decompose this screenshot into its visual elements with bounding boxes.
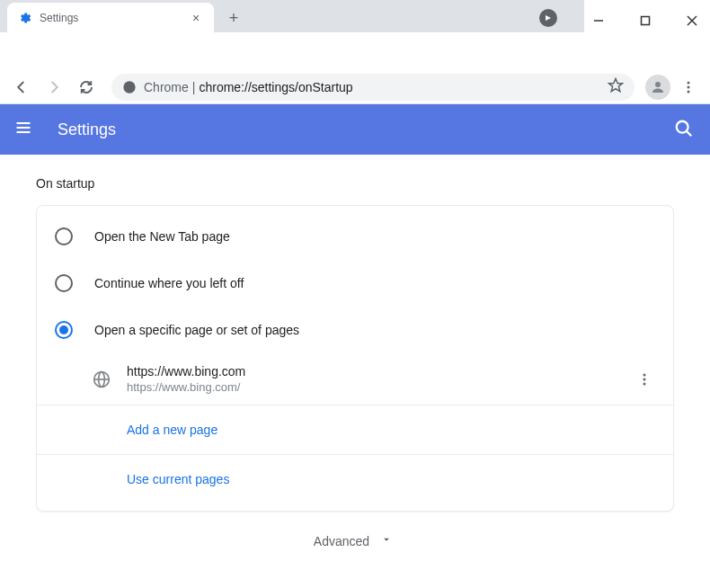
browser-toolbar: Chrome | chrome://settings/onStartup [0,70,710,104]
link-label: Use current pages [127,472,229,486]
advanced-toggle[interactable]: Advanced [36,512,674,571]
search-icon[interactable] [674,119,696,140]
advanced-label: Advanced [314,534,369,548]
address-bar[interactable]: Chrome | chrome://settings/onStartup [111,74,635,101]
radio-option-new-tab[interactable]: Open the New Tab page [37,213,673,260]
hamburger-icon[interactable] [14,119,36,140]
chevron-down-icon [380,533,396,549]
content-area: On startup Open the New Tab page Continu… [0,155,710,588]
settings-header: Settings [0,104,710,155]
use-current-button[interactable]: Use current pages [37,455,673,503]
page-info: https://www.bing.com https://www.bing.co… [127,364,634,394]
svg-point-6 [688,81,690,84]
browser-tab[interactable]: Settings × [7,3,214,33]
page-title: Settings [58,120,674,139]
back-button[interactable] [7,73,36,102]
section-title: On startup [36,176,674,191]
svg-rect-1 [642,17,650,25]
reload-button[interactable] [72,73,101,102]
page-menu-button[interactable] [634,369,655,390]
svg-point-17 [643,373,646,376]
tab-bar: Settings × + [0,0,584,32]
startup-page-row: https://www.bing.com https://www.bing.co… [37,353,673,405]
profile-button[interactable] [645,75,670,100]
radio-label: Open a specific page or set of pages [94,323,299,337]
address-divider: | [192,80,196,94]
maximize-button[interactable] [635,10,656,31]
page-entry-title: https://www.bing.com [127,364,634,379]
page-entry-url: https://www.bing.com/ [127,380,634,394]
close-window-button[interactable] [681,10,703,31]
radio-option-specific-pages[interactable]: Open a specific page or set of pages [37,307,673,353]
close-icon[interactable]: × [189,11,203,25]
forward-button[interactable] [40,73,68,102]
svg-point-4 [123,81,135,93]
svg-point-7 [688,85,690,88]
radio-icon [55,321,73,339]
svg-point-19 [643,382,646,385]
radio-icon [55,274,73,292]
radio-label: Continue where you left off [94,276,244,290]
address-origin: Chrome [144,80,189,94]
radio-label: Open the New Tab page [94,229,230,244]
address-path: chrome://settings/onStartup [199,80,352,94]
svg-point-18 [643,378,646,380]
svg-line-13 [687,131,692,137]
media-control-icon[interactable] [539,9,557,27]
minimize-button[interactable] [588,10,609,31]
new-tab-button[interactable]: + [221,5,246,31]
radio-icon [55,227,73,245]
gear-icon [18,11,32,25]
tab-title: Settings [40,12,189,24]
link-label: Add a new page [127,423,217,437]
site-info-icon[interactable] [122,80,137,94]
globe-icon [93,370,111,388]
svg-point-12 [677,121,688,133]
chrome-menu-button[interactable] [674,73,703,102]
svg-point-5 [655,82,661,87]
radio-option-continue[interactable]: Continue where you left off [37,260,673,307]
bookmark-icon[interactable] [608,77,624,97]
startup-card: Open the New Tab page Continue where you… [36,205,674,512]
add-page-button[interactable]: Add a new page [37,405,673,454]
svg-point-8 [688,90,690,93]
